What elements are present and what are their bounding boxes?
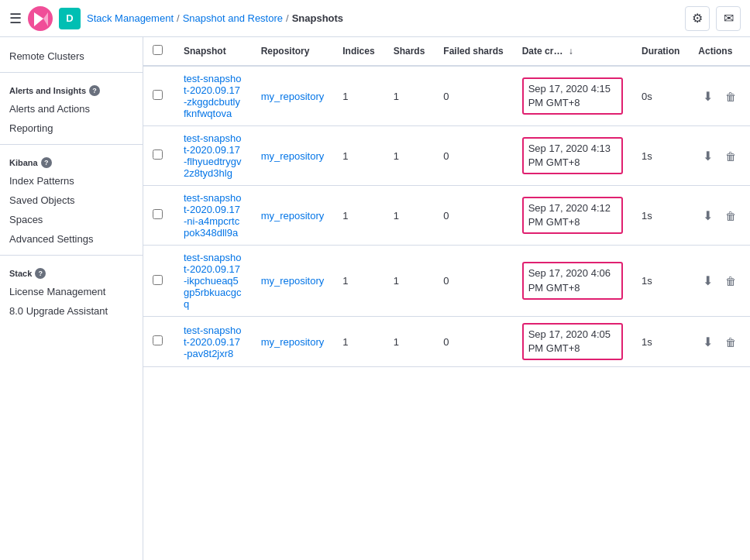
snapshot-shards-2: 1 bbox=[384, 126, 435, 186]
table-header-row: Snapshot Repository Indices Shards Faile… bbox=[143, 37, 750, 66]
snapshot-date-4: Sep 17, 2020 4:06 PM GMT+8 bbox=[513, 246, 632, 317]
repository-link-4[interactable]: my_repository bbox=[261, 275, 325, 287]
repository-link-1[interactable]: my_repository bbox=[261, 91, 325, 102]
snapshot-actions-5: ⬇ 🗑 bbox=[689, 317, 750, 367]
snapshots-table: Snapshot Repository Indices Shards Faile… bbox=[143, 37, 750, 367]
sidebar-item-upgrade-assistant[interactable]: 8.0 Upgrade Assistant bbox=[0, 301, 143, 321]
snapshot-indices-3: 1 bbox=[333, 186, 384, 246]
delete-button-2[interactable]: 🗑 bbox=[721, 149, 741, 164]
delete-button-1[interactable]: 🗑 bbox=[721, 89, 741, 105]
snapshot-repository-1: my_repository bbox=[252, 66, 334, 126]
row-checkbox-3[interactable] bbox=[153, 209, 163, 219]
repository-link-5[interactable]: my_repository bbox=[261, 336, 325, 348]
sidebar-item-license-management[interactable]: License Management bbox=[0, 282, 143, 301]
stack-help-icon[interactable]: ? bbox=[35, 268, 46, 279]
user-avatar[interactable]: D bbox=[59, 8, 81, 29]
row-checkbox-2[interactable] bbox=[153, 149, 163, 160]
snapshot-repository-5: my_repository bbox=[252, 317, 334, 367]
breadcrumb-snapshot-restore[interactable]: Snapshot and Restore bbox=[183, 12, 283, 24]
snapshot-failed-shards-3: 0 bbox=[434, 186, 512, 246]
snapshot-link-2[interactable]: test-snapshot-2020.09.17-flhyuedtrygv2z8… bbox=[184, 132, 241, 179]
snapshot-date-3: Sep 17, 2020 4:12 PM GMT+8 bbox=[513, 186, 632, 246]
header-checkbox-col bbox=[143, 37, 174, 66]
snapshot-link-3[interactable]: test-snapshot-2020.09.17-ni-a4mpcrtcpok3… bbox=[184, 192, 241, 239]
main-content: Snapshot Repository Indices Shards Faile… bbox=[143, 37, 750, 560]
sidebar-item-saved-objects[interactable]: Saved Objects bbox=[0, 191, 143, 210]
snapshot-link-5[interactable]: test-snapshot-2020.09.17-pav8t2jxr8 bbox=[184, 325, 241, 359]
sidebar-divider-1 bbox=[0, 72, 143, 73]
snapshot-link-4[interactable]: test-snapshot-2020.09.17-ikpchueaq5gp5rb… bbox=[184, 252, 241, 310]
repository-link-2[interactable]: my_repository bbox=[261, 150, 325, 162]
snapshot-date-1: Sep 17, 2020 4:15 PM GMT+8 bbox=[513, 66, 632, 126]
mail-button[interactable]: ✉ bbox=[716, 6, 741, 31]
sidebar-divider-3 bbox=[0, 255, 143, 256]
snapshot-failed-shards-2: 0 bbox=[434, 126, 512, 186]
topbar-actions: ⚙ ✉ bbox=[685, 6, 741, 31]
header-shards: Shards bbox=[384, 37, 435, 66]
kibana-help-icon[interactable]: ? bbox=[41, 157, 52, 168]
snapshot-shards-1: 1 bbox=[384, 66, 435, 126]
sidebar-item-advanced-settings[interactable]: Advanced Settings bbox=[0, 229, 143, 249]
snapshot-repository-3: my_repository bbox=[252, 186, 334, 246]
sidebar-item-remote-clusters[interactable]: Remote Clusters bbox=[0, 46, 143, 66]
table-row: test-snapshot-2020.09.17-ni-a4mpcrtcpok3… bbox=[143, 186, 750, 246]
snapshot-duration-5: 1s bbox=[632, 317, 689, 367]
sidebar-divider-2 bbox=[0, 144, 143, 145]
delete-button-5[interactable]: 🗑 bbox=[721, 335, 741, 350]
restore-button-2[interactable]: ⬇ bbox=[698, 147, 717, 165]
sidebar-item-alerts-actions[interactable]: Alerts and Actions bbox=[0, 99, 143, 119]
delete-button-4[interactable]: 🗑 bbox=[721, 273, 741, 289]
snapshot-failed-shards-4: 0 bbox=[434, 246, 512, 317]
header-actions: Actions bbox=[689, 37, 750, 66]
restore-button-5[interactable]: ⬇ bbox=[698, 333, 717, 351]
alerts-help-icon[interactable]: ? bbox=[89, 85, 100, 96]
select-all-checkbox[interactable] bbox=[153, 45, 163, 55]
table-row: test-snapshot-2020.09.17-zkggdcbutlyfknf… bbox=[143, 66, 750, 126]
snapshot-name-5: test-snapshot-2020.09.17-pav8t2jxr8 bbox=[174, 317, 252, 367]
snapshot-date-2: Sep 17, 2020 4:13 PM GMT+8 bbox=[513, 126, 632, 186]
settings-button[interactable]: ⚙ bbox=[685, 6, 710, 31]
date-highlight-4: Sep 17, 2020 4:06 PM GMT+8 bbox=[522, 262, 623, 299]
restore-button-1[interactable]: ⬇ bbox=[698, 88, 717, 105]
table-row: test-snapshot-2020.09.17-pav8t2jxr8my_re… bbox=[143, 317, 750, 367]
header-repository: Repository bbox=[252, 37, 334, 66]
repository-link-3[interactable]: my_repository bbox=[261, 210, 325, 222]
snapshots-table-wrapper: Snapshot Repository Indices Shards Faile… bbox=[143, 37, 750, 367]
header-date-created[interactable]: Date cr… ↓ bbox=[513, 37, 632, 66]
snapshot-actions-1: ⬇ 🗑 bbox=[689, 66, 750, 126]
menu-icon[interactable]: ☰ bbox=[9, 10, 22, 27]
snapshot-link-1[interactable]: test-snapshot-2020.09.17-zkggdcbutlyfknf… bbox=[184, 73, 241, 119]
row-checkbox-5[interactable] bbox=[153, 335, 163, 345]
header-indices: Indices bbox=[333, 37, 384, 66]
snapshot-name-4: test-snapshot-2020.09.17-ikpchueaq5gp5rb… bbox=[174, 246, 252, 317]
restore-button-3[interactable]: ⬇ bbox=[698, 207, 717, 225]
table-body: test-snapshot-2020.09.17-zkggdcbutlyfknf… bbox=[143, 66, 750, 367]
layout: Remote Clusters Alerts and Insights ? Al… bbox=[0, 37, 750, 560]
restore-button-4[interactable]: ⬇ bbox=[698, 272, 717, 290]
snapshot-indices-1: 1 bbox=[333, 66, 384, 126]
snapshot-date-5: Sep 17, 2020 4:05 PM GMT+8 bbox=[513, 317, 632, 367]
sidebar-item-reporting[interactable]: Reporting bbox=[0, 119, 143, 138]
row-checkbox-1[interactable] bbox=[153, 90, 163, 100]
date-highlight-3: Sep 17, 2020 4:12 PM GMT+8 bbox=[522, 197, 623, 234]
sidebar-section-alerts-insights: Alerts and Insights ? bbox=[0, 79, 143, 99]
date-highlight-1: Sep 17, 2020 4:15 PM GMT+8 bbox=[522, 77, 623, 115]
sidebar: Remote Clusters Alerts and Insights ? Al… bbox=[0, 37, 143, 560]
kibana-logo bbox=[28, 6, 53, 31]
snapshot-shards-4: 1 bbox=[384, 246, 435, 317]
snapshot-duration-3: 1s bbox=[632, 186, 689, 246]
header-snapshot: Snapshot bbox=[174, 37, 252, 66]
header-failed-shards: Failed shards bbox=[434, 37, 512, 66]
header-duration: Duration bbox=[632, 37, 689, 66]
breadcrumb-stack-management[interactable]: Stack Management bbox=[87, 12, 174, 24]
snapshot-actions-2: ⬇ 🗑 bbox=[689, 126, 750, 186]
breadcrumb-sep-1: / bbox=[177, 12, 180, 24]
sidebar-item-spaces[interactable]: Spaces bbox=[0, 210, 143, 229]
delete-button-3[interactable]: 🗑 bbox=[721, 208, 741, 224]
sidebar-section-kibana: Kibana ? bbox=[0, 151, 143, 171]
sidebar-item-index-patterns[interactable]: Index Patterns bbox=[0, 171, 143, 191]
row-checkbox-4[interactable] bbox=[153, 275, 163, 285]
snapshot-failed-shards-1: 0 bbox=[434, 66, 512, 126]
snapshot-repository-2: my_repository bbox=[252, 126, 334, 186]
date-highlight-2: Sep 17, 2020 4:13 PM GMT+8 bbox=[522, 137, 623, 174]
